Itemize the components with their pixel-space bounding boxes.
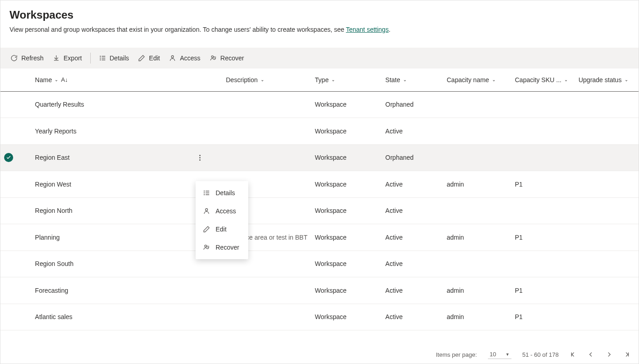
chevron-down-icon: ⌄ [624, 77, 628, 82]
column-header-capacity-name[interactable]: Capacity name ⌄ [447, 76, 507, 84]
row-capacity-name [443, 118, 511, 145]
context-menu: Details Access Edit Recover [196, 181, 248, 259]
recover-button[interactable]: Recover [205, 52, 249, 64]
column-name-label: Name [35, 76, 52, 84]
svg-point-2 [100, 60, 100, 60]
column-header-name[interactable]: Name ⌄ A↓ [35, 76, 219, 84]
page-description-text: View personal and group workspaces that … [10, 26, 346, 33]
column-capacity-name-label: Capacity name [447, 76, 489, 84]
row-capacity-sku [511, 197, 575, 224]
person-icon [169, 54, 176, 62]
row-state: Orphaned [382, 144, 443, 171]
column-state-label: State [385, 76, 400, 84]
column-capacity-sku-label: Capacity SKU ... [515, 76, 561, 84]
column-header-upgrade-status[interactable]: Upgrade status ⌄ [579, 76, 635, 84]
row-type: Workspace [311, 144, 382, 171]
access-button[interactable]: Access [164, 52, 205, 64]
list-icon [99, 54, 106, 62]
row-state: Active [382, 304, 443, 330]
sort-icon: A↓ [61, 76, 68, 83]
svg-point-0 [100, 56, 100, 57]
row-capacity-sku: P1 [511, 171, 575, 198]
row-description [222, 118, 311, 145]
context-details-label: Details [216, 189, 235, 197]
more-options-button[interactable] [195, 151, 205, 164]
row-state: Active [382, 251, 443, 277]
chevron-down-icon: ⌄ [261, 77, 264, 82]
table-row[interactable]: Region EastWorkspaceOrphaned [0, 144, 639, 171]
row-description [222, 277, 311, 304]
recover-label: Recover [221, 54, 244, 62]
items-per-page-label: Items per page: [436, 351, 477, 358]
prev-page-button[interactable] [588, 351, 594, 358]
row-name: Planning [35, 234, 60, 241]
page-description-after: . [388, 26, 390, 33]
row-upgrade-status [575, 197, 639, 224]
chevron-down-icon: ⌄ [492, 77, 496, 82]
row-capacity-sku [511, 144, 575, 171]
column-header-description[interactable]: Description ⌄ [226, 76, 308, 84]
row-type: Workspace [311, 277, 382, 304]
row-capacity-sku [511, 118, 575, 145]
pencil-icon [203, 226, 210, 233]
context-recover[interactable]: Recover [196, 238, 248, 256]
row-type: Workspace [311, 171, 382, 198]
chevron-down-icon: ⌄ [564, 77, 568, 82]
row-capacity-sku: P1 [511, 304, 575, 330]
row-capacity-sku: P1 [511, 224, 575, 251]
table-row[interactable]: Yearly ReportsWorkspaceActive [0, 118, 639, 145]
column-header-capacity-sku[interactable]: Capacity SKU ... ⌄ [515, 76, 571, 84]
tenant-settings-link[interactable]: Tenant settings [346, 26, 388, 33]
row-type: Workspace [311, 224, 382, 251]
context-access[interactable]: Access [196, 202, 248, 220]
row-capacity-name [443, 251, 511, 277]
row-capacity-name: admin [443, 277, 511, 304]
toolbar: Refresh Export Details Edit Access Recov… [0, 48, 639, 69]
table-row[interactable]: Region SouthWorkspaceActive [0, 251, 639, 277]
row-capacity-name: admin [443, 304, 511, 330]
table-row[interactable]: Quarterly ResultsWorkspaceOrphaned [0, 91, 639, 118]
svg-point-1 [100, 58, 100, 59]
table-row[interactable]: Atlantic salesWorkspaceActiveadminP1 [0, 304, 639, 330]
row-state: Active [382, 277, 443, 304]
row-upgrade-status [575, 304, 639, 330]
context-edit[interactable]: Edit [196, 220, 248, 238]
row-name: Region North [35, 207, 73, 214]
column-description-label: Description [226, 76, 258, 84]
row-capacity-name: admin [443, 171, 511, 198]
row-upgrade-status [575, 118, 639, 145]
table-row[interactable]: Region NorthWorkspaceActive [0, 197, 639, 224]
next-page-button[interactable] [606, 351, 612, 358]
page-description: View personal and group workspaces that … [10, 26, 629, 33]
row-name: Region West [35, 181, 71, 188]
items-per-page-select[interactable]: 10 ▼ [488, 350, 511, 359]
first-page-button[interactable] [570, 351, 576, 358]
table-row[interactable]: PlanningorkSpace area or test in BBTWork… [0, 224, 639, 251]
column-header-state[interactable]: State ⌄ [385, 76, 439, 84]
person-icon [203, 207, 210, 215]
row-name: Yearly Reports [35, 128, 76, 135]
last-page-button[interactable] [624, 351, 630, 358]
download-icon [53, 54, 60, 62]
row-name: Region East [35, 154, 69, 161]
row-upgrade-status [575, 224, 639, 251]
export-button[interactable]: Export [48, 52, 86, 64]
details-button[interactable]: Details [94, 52, 134, 64]
more-vertical-icon [199, 155, 201, 161]
table-row[interactable]: Region WestWorkspaceActiveadminP1 [0, 171, 639, 198]
row-capacity-name [443, 144, 511, 171]
svg-point-6 [204, 193, 205, 193]
paginator: Items per page: 10 ▼ 51 - 60 of 178 [436, 350, 630, 359]
row-upgrade-status [575, 251, 639, 277]
edit-label: Edit [149, 54, 160, 62]
edit-button[interactable]: Edit [133, 52, 164, 64]
refresh-button[interactable]: Refresh [6, 52, 48, 64]
row-name: Region South [35, 260, 74, 267]
chevron-down-icon: ⌄ [331, 77, 335, 82]
chevron-down-icon: ⌄ [54, 77, 58, 82]
column-upgrade-status-label: Upgrade status [579, 76, 622, 84]
table-row[interactable]: ForecastingWorkspaceActiveadminP1 [0, 277, 639, 304]
row-description [222, 91, 311, 118]
column-header-type[interactable]: Type ⌄ [315, 76, 378, 84]
context-details[interactable]: Details [196, 184, 248, 202]
